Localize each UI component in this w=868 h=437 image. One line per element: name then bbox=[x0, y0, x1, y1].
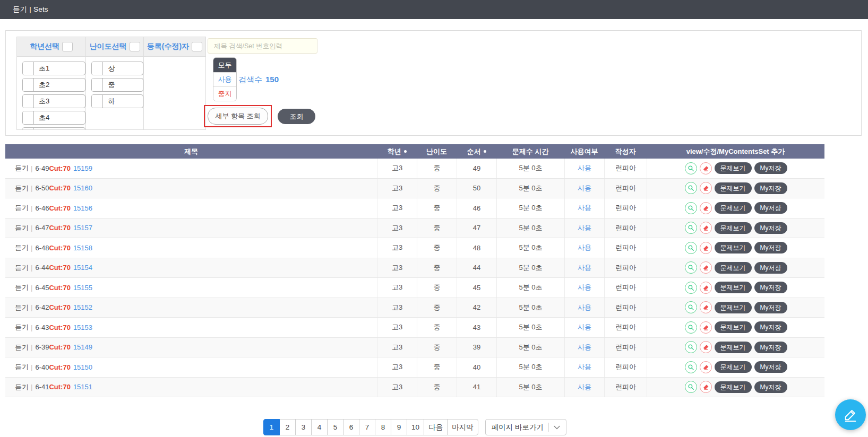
my-save-button[interactable]: My저장 bbox=[754, 262, 787, 274]
edit-icon-button[interactable] bbox=[700, 202, 712, 214]
my-save-button[interactable]: My저장 bbox=[754, 302, 787, 313]
edit-icon-button[interactable] bbox=[700, 182, 712, 194]
filter-option[interactable]: 초2 bbox=[22, 78, 85, 92]
view-detail-icon-button[interactable] bbox=[685, 242, 697, 254]
title-set-id-link[interactable]: 15151 bbox=[73, 383, 92, 391]
view-questions-button[interactable]: 문제보기 bbox=[715, 222, 752, 234]
title-set-id-link[interactable]: 15150 bbox=[73, 363, 92, 371]
next-page-button[interactable]: 다음 bbox=[424, 419, 448, 435]
view-detail-icon-button[interactable] bbox=[685, 222, 697, 234]
view-detail-icon-button[interactable] bbox=[685, 162, 697, 174]
title-set-id-link[interactable]: 15157 bbox=[73, 224, 92, 232]
filter-option[interactable]: 초5 bbox=[22, 127, 85, 130]
page-button-2[interactable]: 2 bbox=[279, 419, 296, 435]
search-input[interactable] bbox=[208, 38, 317, 54]
status-tab-중지[interactable]: 중지 bbox=[213, 86, 236, 101]
view-detail-icon-button[interactable] bbox=[685, 261, 697, 274]
edit-icon-button[interactable] bbox=[700, 381, 712, 393]
page-button-3[interactable]: 3 bbox=[295, 419, 312, 435]
my-save-button[interactable]: My저장 bbox=[754, 202, 787, 214]
filter-option[interactable]: 상 bbox=[91, 62, 143, 75]
detail-search-button[interactable]: 세부 항목 조회 bbox=[208, 108, 268, 125]
option-checkbox[interactable] bbox=[23, 62, 34, 75]
view-questions-button[interactable]: 문제보기 bbox=[715, 342, 752, 353]
title-set-id-link[interactable]: 15156 bbox=[73, 204, 92, 212]
page-goto-select[interactable]: 페이지 바로가기 bbox=[485, 419, 566, 435]
view-questions-button[interactable]: 문제보기 bbox=[715, 381, 752, 393]
view-questions-button[interactable]: 문제보기 bbox=[715, 262, 752, 274]
search-submit-button[interactable]: 조회 bbox=[278, 109, 315, 124]
my-save-button[interactable]: My저장 bbox=[754, 162, 787, 174]
view-questions-button[interactable]: 문제보기 bbox=[715, 202, 752, 214]
view-questions-button[interactable]: 문제보기 bbox=[715, 242, 752, 254]
title-set-id-link[interactable]: 15149 bbox=[73, 343, 92, 351]
filter-option[interactable]: 중 bbox=[91, 78, 143, 92]
select-all-checkbox[interactable] bbox=[192, 42, 202, 51]
my-save-button[interactable]: My저장 bbox=[754, 282, 787, 293]
edit-icon-button[interactable] bbox=[700, 282, 712, 294]
view-detail-icon-button[interactable] bbox=[685, 321, 697, 334]
my-save-button[interactable]: My저장 bbox=[754, 321, 787, 333]
filter-option[interactable]: 초4 bbox=[22, 111, 85, 125]
last-page-button[interactable]: 마지막 bbox=[447, 419, 478, 435]
view-detail-icon-button[interactable] bbox=[685, 282, 697, 294]
filter-option[interactable]: 초1 bbox=[22, 62, 85, 75]
status-cell[interactable]: 사용 bbox=[564, 159, 604, 178]
option-checkbox[interactable] bbox=[92, 62, 103, 75]
option-checkbox[interactable] bbox=[23, 95, 34, 108]
status-cell[interactable]: 사용 bbox=[564, 179, 604, 198]
page-button-9[interactable]: 9 bbox=[391, 419, 407, 435]
view-questions-button[interactable]: 문제보기 bbox=[715, 282, 752, 293]
edit-icon-button[interactable] bbox=[700, 242, 712, 254]
status-cell[interactable]: 사용 bbox=[564, 318, 604, 337]
page-button-5[interactable]: 5 bbox=[327, 419, 343, 435]
view-detail-icon-button[interactable] bbox=[685, 361, 697, 373]
status-cell[interactable]: 사용 bbox=[564, 198, 604, 218]
my-save-button[interactable]: My저장 bbox=[754, 342, 787, 353]
my-save-button[interactable]: My저장 bbox=[754, 361, 787, 373]
edit-fab-button[interactable] bbox=[835, 399, 866, 430]
status-cell[interactable]: 사용 bbox=[564, 278, 604, 298]
page-button-6[interactable]: 6 bbox=[343, 419, 359, 435]
my-save-button[interactable]: My저장 bbox=[754, 182, 787, 194]
status-cell[interactable]: 사용 bbox=[564, 338, 604, 357]
status-cell[interactable]: 사용 bbox=[564, 357, 604, 377]
filter-option[interactable]: 초3 bbox=[22, 94, 85, 108]
view-detail-icon-button[interactable] bbox=[685, 341, 697, 353]
option-checkbox[interactable] bbox=[23, 128, 34, 130]
my-save-button[interactable]: My저장 bbox=[754, 242, 787, 254]
edit-icon-button[interactable] bbox=[700, 162, 712, 174]
page-button-8[interactable]: 8 bbox=[375, 419, 391, 435]
select-all-checkbox[interactable] bbox=[130, 42, 140, 51]
status-cell[interactable]: 사용 bbox=[564, 219, 604, 238]
view-questions-button[interactable]: 문제보기 bbox=[715, 321, 752, 333]
status-tab-모두[interactable]: 모두 bbox=[213, 58, 236, 72]
option-checkbox[interactable] bbox=[23, 111, 34, 124]
filter-option[interactable]: 하 bbox=[91, 94, 143, 108]
option-checkbox[interactable] bbox=[92, 78, 103, 91]
edit-icon-button[interactable] bbox=[700, 321, 712, 334]
option-checkbox[interactable] bbox=[23, 78, 34, 91]
view-detail-icon-button[interactable] bbox=[685, 202, 697, 214]
status-cell[interactable]: 사용 bbox=[564, 378, 604, 397]
view-questions-button[interactable]: 문제보기 bbox=[715, 182, 752, 194]
view-detail-icon-button[interactable] bbox=[685, 182, 697, 194]
title-set-id-link[interactable]: 15160 bbox=[73, 184, 92, 192]
my-save-button[interactable]: My저장 bbox=[754, 381, 787, 393]
status-tab-사용[interactable]: 사용 bbox=[213, 72, 236, 86]
edit-icon-button[interactable] bbox=[700, 261, 712, 274]
status-cell[interactable]: 사용 bbox=[564, 298, 604, 318]
title-set-id-link[interactable]: 15152 bbox=[73, 303, 92, 311]
page-button-1[interactable]: 1 bbox=[263, 419, 280, 435]
page-button-4[interactable]: 4 bbox=[311, 419, 328, 435]
view-questions-button[interactable]: 문제보기 bbox=[715, 162, 752, 174]
edit-icon-button[interactable] bbox=[700, 222, 712, 234]
select-all-checkbox[interactable] bbox=[62, 42, 73, 51]
view-questions-button[interactable]: 문제보기 bbox=[715, 302, 752, 313]
option-checkbox[interactable] bbox=[92, 95, 103, 108]
my-save-button[interactable]: My저장 bbox=[754, 222, 787, 234]
view-questions-button[interactable]: 문제보기 bbox=[715, 361, 752, 373]
title-set-id-link[interactable]: 15155 bbox=[73, 284, 92, 292]
status-cell[interactable]: 사용 bbox=[564, 258, 604, 278]
page-button-7[interactable]: 7 bbox=[359, 419, 375, 435]
